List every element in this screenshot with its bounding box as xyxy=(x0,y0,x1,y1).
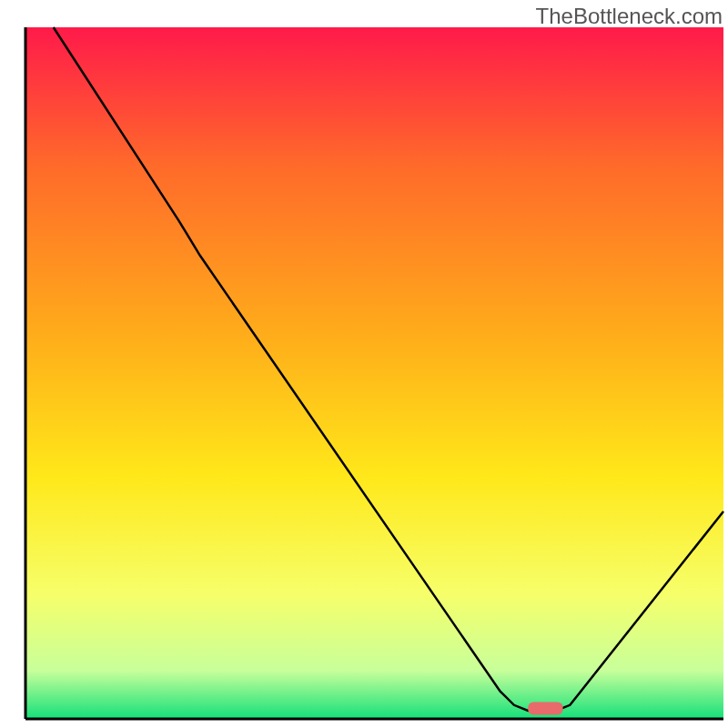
optimum-marker xyxy=(528,703,562,715)
chart-svg xyxy=(0,0,728,728)
bottleneck-chart: TheBottleneck.com xyxy=(0,0,728,728)
watermark-text: TheBottleneck.com xyxy=(536,4,723,29)
plot-background xyxy=(25,27,723,719)
